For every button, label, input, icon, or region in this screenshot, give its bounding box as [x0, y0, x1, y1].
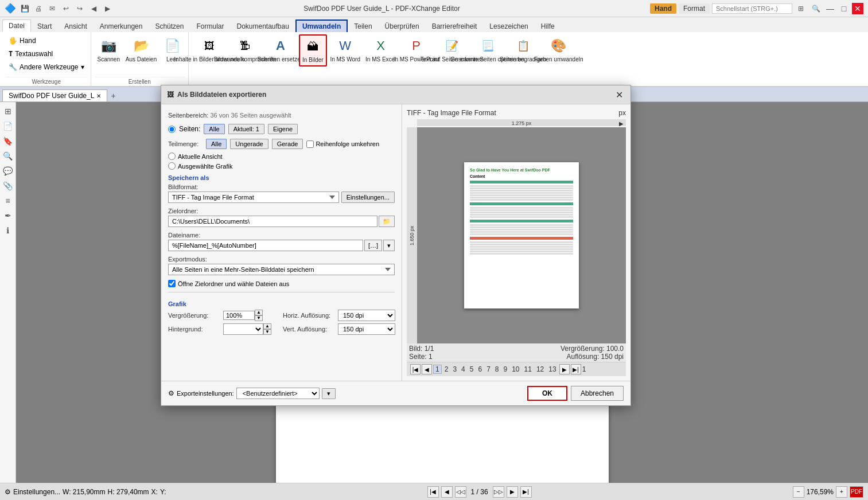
einstellungen-btn[interactable]: Einstellungen... — [341, 192, 395, 203]
macro-dropdown-btn[interactable]: ▾ — [383, 240, 395, 251]
zielordner-input[interactable] — [168, 216, 377, 227]
horiz-select[interactable]: 150 dpi 72 dpi 300 dpi — [338, 310, 395, 321]
tab-ueberpruefen[interactable]: Überprüfen — [379, 19, 426, 32]
macro-btn[interactable]: […] — [364, 240, 382, 251]
page-13-btn[interactable]: 13 — [547, 365, 558, 373]
page-1-btn[interactable]: 1 — [433, 365, 442, 374]
page-last-btn[interactable]: ▶| — [571, 364, 581, 374]
tab-schuetzen[interactable]: Schützen — [149, 19, 190, 32]
aus-dateien-btn[interactable]: 📂 Aus Dateien — [124, 34, 158, 65]
reihenfolge-checkbox[interactable] — [306, 140, 314, 148]
hand-tool-btn[interactable]: 🖐 Hand — [6, 34, 87, 47]
gerade-btn[interactable]: Gerade — [272, 139, 303, 149]
page-prev-btn[interactable]: ◀ — [422, 364, 432, 374]
redo-btn[interactable]: ↪ — [73, 2, 86, 15]
page-10-btn[interactable]: 10 — [510, 365, 521, 373]
zoom-out-btn[interactable]: − — [793, 486, 804, 498]
zoom-in-btn[interactable]: + — [836, 486, 847, 498]
export-settings-select[interactable]: <Benutzerdefiniert> — [236, 388, 320, 399]
hintergrund-select[interactable] — [223, 323, 263, 335]
page-7-btn[interactable]: 7 — [485, 365, 492, 373]
page-2-btn[interactable]: 2 — [443, 365, 450, 373]
dateiname-input[interactable] — [168, 240, 363, 251]
tab-start[interactable]: Start — [31, 19, 58, 32]
undo-btn[interactable]: ↩ — [60, 2, 72, 15]
oeffne-checkbox[interactable] — [168, 280, 176, 287]
tab-ansicht[interactable]: Ansicht — [58, 19, 93, 32]
exportmodus-select[interactable]: Alle Seiten in eine Mehr-Seiten-Bilddate… — [168, 264, 395, 275]
tab-anmerkungen[interactable]: Anmerkungen — [94, 19, 149, 32]
sidebar-attachments[interactable]: 📎 — [1, 179, 15, 193]
tab-dokumentaufbau[interactable]: Dokumentaufbau — [231, 19, 295, 32]
page-3-btn[interactable]: 3 — [451, 365, 458, 373]
aktuell-btn[interactable]: Aktuell: 1 — [228, 124, 264, 134]
eigene-btn[interactable]: Eigene — [268, 124, 298, 134]
new-tab-btn[interactable]: + — [107, 90, 119, 101]
quick-search-input[interactable] — [712, 3, 792, 14]
ruler-right-arrow[interactable]: ▶ — [619, 120, 624, 126]
tab-hilfe[interactable]: Hilfe — [535, 19, 561, 32]
vergroesserung-down[interactable]: ▼ — [255, 315, 263, 321]
page-first-btn[interactable]: |◀ — [410, 364, 421, 374]
view-toggle-btn[interactable]: ⊞ — [795, 2, 807, 15]
close-btn[interactable]: ✕ — [852, 3, 863, 14]
nav-first[interactable]: |◀ — [427, 486, 439, 498]
tab-teilen[interactable]: Teilen — [348, 19, 378, 32]
aktuelle-ansicht-radio[interactable] — [168, 153, 176, 160]
seiten-radio[interactable] — [168, 126, 176, 133]
vergroesserung-input[interactable] — [223, 311, 255, 320]
sidebar-layers[interactable]: ≡ — [1, 194, 15, 208]
forward-btn[interactable]: ▶ — [101, 2, 114, 15]
tab-formular[interactable]: Formular — [190, 19, 230, 32]
alle-btn[interactable]: Alle — [204, 124, 224, 134]
page-6-btn[interactable]: 6 — [476, 365, 484, 373]
scannen-btn[interactable]: 📷 Scannen — [95, 34, 123, 65]
browse-btn[interactable]: 📁 — [379, 216, 395, 227]
nav-prev[interactable]: ◀ — [441, 486, 453, 498]
page-11-btn[interactable]: 11 — [523, 365, 534, 373]
hintergrund-up[interactable]: ▲ — [263, 323, 271, 329]
bildformat-select[interactable]: TIFF - Tag Image File Format JPEG PNG BM… — [168, 192, 339, 203]
nav-last[interactable]: ▶| — [520, 486, 532, 498]
search-ui-btn[interactable]: 🔍 — [809, 2, 822, 15]
dialog-close-btn[interactable]: ✕ — [613, 89, 625, 100]
in-bilder-btn[interactable]: 🏔 In Bilder — [299, 34, 327, 67]
einstellungen-label[interactable]: Einstellungen... — [13, 488, 60, 496]
hintergrund-down[interactable]: ▼ — [263, 329, 271, 335]
ungerade-btn[interactable]: Ungerade — [230, 139, 268, 149]
sidebar-nav-up[interactable]: ⊞ — [1, 104, 15, 118]
sidebar-signatures[interactable]: ✒ — [1, 209, 15, 222]
minimize-btn[interactable]: — — [824, 3, 836, 14]
save-quick-btn[interactable]: 💾 — [18, 2, 31, 15]
active-document-tab[interactable]: SwifDoo PDF User Guide_L ✕ — [2, 89, 107, 101]
tab-barrierefreiheit[interactable]: Barrierefreiheit — [426, 19, 484, 32]
in-ms-word-btn[interactable]: W In MS Word — [328, 34, 363, 65]
tab-datei[interactable]: Datei — [2, 19, 31, 32]
vert-select[interactable]: 150 dpi 72 dpi 300 dpi — [338, 323, 395, 335]
schriften-ersetzen-btn[interactable]: A Schriften ersetzen — [263, 34, 298, 65]
page-5-btn[interactable]: 5 — [468, 365, 476, 373]
maximize-btn[interactable]: □ — [838, 3, 850, 14]
page-next-btn[interactable]: ▶ — [559, 364, 570, 374]
cancel-button[interactable]: Abbrechen — [571, 386, 624, 401]
email-quick-btn[interactable]: ✉ — [46, 2, 59, 15]
export-settings-dropdown[interactable]: ▾ — [322, 388, 336, 399]
sidebar-pages[interactable]: 📄 — [1, 119, 15, 133]
tab-umwandeln[interactable]: Umwandeln — [295, 19, 348, 32]
nav-next-fast[interactable]: ▷▷ — [493, 486, 504, 498]
page-12-btn[interactable]: 12 — [535, 365, 546, 373]
sidebar-comments[interactable]: 💬 — [1, 164, 15, 178]
tab-lesezeichen[interactable]: Lesezeichen — [483, 19, 534, 32]
page-4-btn[interactable]: 4 — [460, 365, 467, 373]
sidebar-properties[interactable]: ℹ — [1, 224, 15, 237]
sidebar-search[interactable]: 🔍 — [1, 149, 15, 163]
vergroesserung-up[interactable]: ▲ — [255, 310, 263, 315]
ok-button[interactable]: OK — [527, 386, 567, 401]
back-btn[interactable]: ◀ — [87, 2, 100, 15]
page-8-btn[interactable]: 8 — [493, 365, 501, 373]
nav-prev-fast[interactable]: ◁◁ — [455, 486, 466, 498]
doc-tab-close[interactable]: ✕ — [96, 93, 101, 99]
print-quick-btn[interactable]: 🖨 — [32, 2, 45, 15]
teilmenge-alle-btn[interactable]: Alle — [206, 139, 227, 149]
farben-btn[interactable]: 🎨 Farben umwandeln — [542, 34, 576, 65]
